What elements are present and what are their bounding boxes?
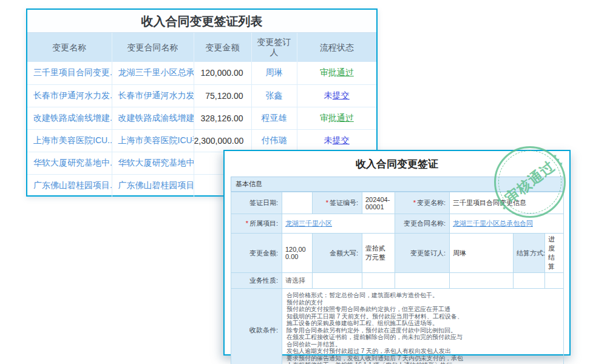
detail-panel-title: 收入合同变更签证 xyxy=(225,151,569,177)
status-cell: 审批通过 xyxy=(297,107,376,129)
change-contract-label: 变更合同名称: xyxy=(395,214,450,234)
settlement-field[interactable]: 进度结算 xyxy=(545,234,564,273)
form-row-visa: 签证日期: *签证编号: 202404-00001 *变更名称: 三千里项目合同… xyxy=(231,192,564,214)
signer-cell: 付伟璐 xyxy=(251,129,297,152)
change-name-link[interactable]: 长春市伊通河水力发... xyxy=(27,84,112,107)
table-row: 改建铁路成渝线增建... 改建铁路成渝线增建... 328,126.00 程亚雄… xyxy=(27,107,376,129)
change-name-label: *变更名称: xyxy=(395,192,450,214)
conditions-field: 合同价格形式：暂定总价合同，建筑面积单方造价包干。 预付款的支付 预付款的支付按… xyxy=(282,289,564,364)
status-link[interactable]: 提交 xyxy=(333,90,350,100)
table-row: 上海市美容医院ICU... 上海市美容医院ICU手... 2,300,000.0… xyxy=(27,129,376,152)
column-header-contract-name: 变更合同名称 xyxy=(112,33,194,62)
project-field: 龙湖三千里小区 xyxy=(282,214,395,234)
change-name-link[interactable]: 华软大厦研究基地中... xyxy=(27,152,112,174)
change-name-link[interactable]: 上海市美容医院ICU... xyxy=(27,129,112,152)
status-prefix: 审批 xyxy=(320,113,337,123)
basic-info-section-header: 基本信息 xyxy=(231,177,563,192)
signer-cell: 程亚雄 xyxy=(251,107,297,129)
signer-cell: 张鑫 xyxy=(251,84,297,107)
status-link[interactable]: 通过 xyxy=(337,113,354,123)
business-select-placeholder[interactable]: 请选择 xyxy=(285,277,305,284)
contract-name-link[interactable]: 龙湖三千里小区总承... xyxy=(112,62,194,84)
required-mark-icon: * xyxy=(413,199,416,206)
change-name-link[interactable]: 三千里项目合同变更... xyxy=(27,62,112,84)
status-prefix: 审批 xyxy=(320,67,337,77)
business-select[interactable]: 请选择 xyxy=(282,273,313,289)
empty-cell xyxy=(545,273,564,289)
status-cell: 未提交 xyxy=(297,84,376,107)
status-cell: 未提交 xyxy=(297,129,376,152)
column-header-change-name: 变更名称 xyxy=(27,33,112,62)
change-name-link[interactable]: 改建铁路成渝线增建... xyxy=(27,107,112,129)
form-row-conditions: 收款条件: 合同价格形式：暂定总价合同，建筑面积单方造价包干。 预付款的支付 预… xyxy=(231,289,564,364)
amount-field[interactable]: 120,000.00 xyxy=(282,234,313,273)
table-row: 三千里项目合同变更... 龙湖三千里小区总承... 120,000.00 周琳 … xyxy=(27,62,376,84)
form-row-business: 业务性质: 请选择 xyxy=(231,273,564,289)
status-prefix: 未 xyxy=(324,135,333,145)
contract-name-link[interactable]: 广东佛山碧桂园项目 xyxy=(112,174,194,197)
visa-date-field[interactable] xyxy=(282,192,313,214)
empty-cell xyxy=(313,273,362,289)
empty-cell xyxy=(514,273,545,289)
required-mark-icon: * xyxy=(246,220,248,227)
contract-name-link[interactable]: 上海市美容医院ICU手... xyxy=(112,129,194,152)
status-cell: 审批通过 xyxy=(297,62,376,84)
contract-change-detail-panel: 收入合同变更签证 基本信息 签证日期: *签证编号: 202404-00001 … xyxy=(223,150,571,356)
amount-cell: 2,300,000.00 xyxy=(194,129,251,152)
project-link[interactable]: 龙湖三千里小区 xyxy=(285,220,332,227)
amount-words-field: 壹拾贰万元整 xyxy=(362,234,395,273)
signer-label: 变更签订人: xyxy=(395,234,450,273)
amount-cell: 328,126.00 xyxy=(194,107,251,129)
empty-cell xyxy=(395,273,450,289)
form-row-amount: 变更金额: 120,000.00 金额大写: 壹拾贰万元整 变更签订人: 周琳 … xyxy=(231,234,564,273)
project-label-text: 所属项目: xyxy=(249,220,278,227)
amount-label: 变更金额: xyxy=(231,234,282,273)
form-row-project: *所属项目: 龙湖三千里小区 变更合同名称: 龙湖三千里小区总承包合同 xyxy=(231,214,564,234)
column-header-signer: 变更签订人 xyxy=(251,33,297,62)
amount-cell: 120,000.00 xyxy=(194,62,251,84)
column-header-amount: 变更金额 xyxy=(194,33,251,62)
change-name-label-text: 变更名称: xyxy=(417,199,446,206)
visa-no-field[interactable]: 202404-00001 xyxy=(362,192,395,214)
settlement-label: 结算方式: xyxy=(514,234,545,273)
column-header-status: 流程状态 xyxy=(297,33,376,62)
contract-name-link[interactable]: 长春市伊通河水力发... xyxy=(112,84,194,107)
empty-cell xyxy=(450,273,514,289)
change-contract-field: 龙湖三千里小区总承包合同 xyxy=(450,214,564,234)
conditions-text: 合同价格形式：暂定总价合同，建筑面积单方造价包干。 预付款的支付 预付款的支付按… xyxy=(285,290,560,364)
project-label: *所属项目: xyxy=(231,214,282,234)
basic-info-form: 签证日期: *签证编号: 202404-00001 *变更名称: 三千里项目合同… xyxy=(231,192,564,364)
signer-field[interactable]: 周琳 xyxy=(450,234,514,273)
amount-words-label: 金额大写: xyxy=(313,234,362,273)
change-contract-link[interactable]: 龙湖三千里小区总承包合同 xyxy=(453,220,533,227)
empty-cell xyxy=(362,273,395,289)
list-panel-title: 收入合同变更签证列表 xyxy=(27,10,376,33)
contract-name-link[interactable]: 华软大厦研究基地中... xyxy=(112,152,194,174)
status-link[interactable]: 提交 xyxy=(333,135,350,145)
table-row: 长春市伊通河水力发... 长春市伊通河水力发... 75,120.00 张鑫 未… xyxy=(27,84,376,107)
visa-no-label: *签证编号: xyxy=(313,192,362,214)
signer-cell: 周琳 xyxy=(251,62,297,84)
visa-date-label: 签证日期: xyxy=(231,192,282,214)
contract-name-link[interactable]: 改建铁路成渝线增建... xyxy=(112,107,194,129)
table-header-row: 变更名称 变更合同名称 变更金额 变更签订人 流程状态 xyxy=(27,33,376,62)
amount-cell: 75,120.00 xyxy=(194,84,251,107)
status-link[interactable]: 通过 xyxy=(337,67,354,77)
business-label: 业务性质: xyxy=(231,273,282,289)
required-mark-icon: * xyxy=(326,199,328,206)
change-name-field[interactable]: 三千里项目合同变更信息 xyxy=(450,192,564,214)
visa-no-label-text: 签证编号: xyxy=(330,199,358,206)
conditions-label: 收款条件: xyxy=(231,289,282,364)
status-prefix: 未 xyxy=(324,90,333,100)
change-name-link[interactable]: 广东佛山碧桂园项目... xyxy=(27,174,112,197)
